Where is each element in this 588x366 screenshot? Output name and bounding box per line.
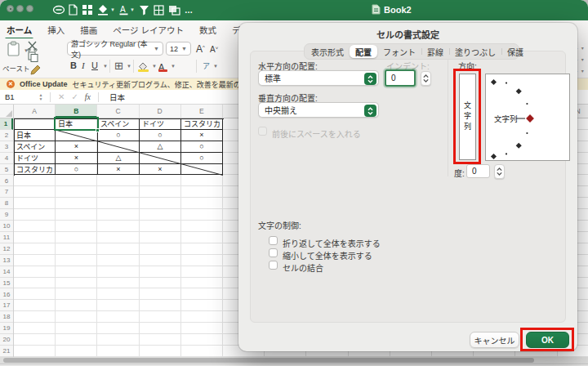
fill-color-icon[interactable]: ▼	[97, 3, 115, 16]
font-color-button[interactable]: A	[158, 59, 164, 74]
decrease-font-icon[interactable]: A˅	[210, 45, 218, 54]
row-header-5[interactable]: 5	[0, 164, 13, 176]
column-header-C[interactable]: C	[97, 105, 139, 118]
tab-alignment[interactable]: 配置	[350, 45, 377, 58]
borders-chevron-icon[interactable]: ▼	[127, 64, 131, 69]
table-cell[interactable]: △	[140, 141, 181, 153]
row-header-4[interactable]: 4	[0, 153, 13, 164]
print-icon[interactable]	[52, 3, 65, 16]
hidden-group-chevron-icon[interactable]: · ▾	[577, 56, 585, 62]
table-cell[interactable]: ○	[98, 130, 140, 141]
minimize-window-icon[interactable]	[16, 5, 24, 12]
tab-draw[interactable]: 描画	[80, 24, 97, 36]
filter-icon[interactable]	[139, 3, 149, 16]
horizontal-scrollbar[interactable]	[0, 357, 588, 364]
table-cell[interactable]: ×	[98, 164, 140, 176]
font-color-icon[interactable]: A▼	[118, 3, 135, 16]
row-header-19[interactable]: 19	[0, 323, 13, 334]
cancel-entry-icon[interactable]: ✕	[58, 92, 65, 101]
merge-cells-icon[interactable]	[168, 3, 180, 16]
table-cell[interactable]	[181, 164, 223, 176]
row-header-3[interactable]: 3	[0, 141, 13, 153]
bold-button[interactable]: B	[70, 60, 77, 70]
close-window-icon[interactable]	[7, 5, 14, 12]
row-header-16[interactable]: 16	[0, 289, 13, 301]
phonetic-chevron-icon[interactable]: ▼	[213, 64, 218, 69]
row-header-6[interactable]: 6	[0, 176, 13, 187]
orientation-gauge[interactable]: 文字列	[485, 74, 570, 161]
table-cell[interactable]	[140, 153, 181, 164]
row-header-13[interactable]: 13	[0, 255, 13, 266]
column-header-A[interactable]: A	[14, 105, 56, 118]
table-cell[interactable]: 日本	[14, 130, 56, 141]
format-painter-icon[interactable]	[30, 64, 42, 78]
table-cell[interactable]: コスタリカ	[14, 164, 56, 176]
row-header-18[interactable]: 18	[0, 311, 13, 323]
fill-chevron-icon[interactable]: ▼	[152, 64, 157, 69]
row-header-20[interactable]: 20	[0, 334, 13, 346]
table-cell[interactable]: ○	[181, 153, 223, 164]
name-box-stepper[interactable]: ▲▼	[36, 93, 46, 101]
italic-button[interactable]: I	[82, 60, 85, 70]
dismiss-update-icon[interactable]: ✕	[7, 80, 15, 88]
tab-home[interactable]: ホーム	[7, 24, 32, 36]
tab-formulas[interactable]: 数式	[199, 24, 216, 36]
tab-border[interactable]: 罫線	[421, 45, 449, 58]
row-header-11[interactable]: 11	[0, 232, 13, 243]
font-name-select[interactable]: 游ゴシック Regular (本文)▼	[67, 42, 163, 56]
row-header-15[interactable]: 15	[0, 278, 13, 289]
borders-table-icon[interactable]	[154, 3, 164, 16]
row-header-10[interactable]: 10	[0, 221, 13, 232]
table-cell[interactable]	[14, 118, 56, 130]
tab-insert[interactable]: 挿入	[47, 24, 65, 36]
borders-icon[interactable]: ⊞	[114, 60, 123, 72]
wrap-text-checkbox[interactable]	[269, 236, 278, 245]
table-cell[interactable]: △	[98, 153, 140, 164]
column-header-B[interactable]: B	[56, 105, 97, 118]
font-size-select[interactable]: 12▼	[166, 42, 191, 56]
table-cell[interactable]	[56, 130, 98, 141]
tab-page-layout[interactable]: ページ レイアウト	[113, 24, 184, 36]
select-all-corner[interactable]	[0, 105, 14, 118]
shrink-to-fit-checkbox[interactable]	[269, 248, 278, 257]
degrees-input[interactable]: 0	[466, 164, 490, 178]
row-header-17[interactable]: 17	[0, 300, 13, 311]
paste-label[interactable]: ペースト	[2, 63, 30, 73]
underline-chevron-icon[interactable]: ▼	[103, 64, 108, 69]
row-header-8[interactable]: 8	[0, 198, 13, 209]
hidden-group-chevron-icon[interactable]: · ▾	[577, 45, 585, 51]
tab-font[interactable]: フォント	[377, 45, 421, 58]
table-cell[interactable]: ○	[140, 130, 181, 141]
cancel-button[interactable]: キャンセル	[470, 332, 519, 348]
row-header-2[interactable]: 2	[0, 130, 13, 141]
more-commands-icon[interactable]: …	[185, 3, 193, 16]
name-box[interactable]: B1	[0, 92, 36, 101]
confirm-entry-icon[interactable]: ✓	[71, 92, 78, 101]
row-header-7[interactable]: 7	[0, 186, 13, 198]
column-header-D[interactable]: D	[140, 105, 181, 118]
merge-cells-checkbox[interactable]	[269, 261, 278, 270]
table-cell[interactable]	[98, 141, 140, 153]
table-cell[interactable]: コスタリカ	[181, 118, 223, 130]
zoom-window-icon[interactable]	[26, 5, 33, 12]
tab-protection[interactable]: 保護	[501, 45, 529, 58]
row-header-1[interactable]: 1	[0, 118, 13, 130]
indent-stepper[interactable]	[421, 71, 431, 86]
new-document-icon[interactable]	[69, 3, 78, 16]
phonetic-guide-button[interactable]: ア	[203, 60, 210, 71]
paste-icon[interactable]	[7, 41, 21, 60]
table-cell[interactable]: ×	[181, 130, 223, 141]
table-cell[interactable]: ドイツ	[14, 153, 56, 164]
indent-input[interactable]: 0	[385, 69, 416, 87]
table-cell[interactable]: ○	[56, 164, 98, 176]
increase-font-icon[interactable]: A^	[196, 43, 205, 55]
underline-button[interactable]: U	[91, 60, 98, 70]
horizontal-align-select[interactable]: 標準	[258, 70, 379, 86]
degrees-stepper[interactable]	[494, 164, 505, 179]
table-cell[interactable]: ドイツ	[140, 118, 181, 130]
table-grid-icon[interactable]	[82, 3, 93, 16]
font-color-chevron-icon[interactable]: ▼	[171, 64, 176, 69]
hidden-group-chevron-icon[interactable]: · ▾	[577, 68, 585, 74]
formula-bar-value[interactable]: 日本	[109, 92, 125, 103]
insert-function-icon[interactable]: fx	[85, 92, 91, 101]
